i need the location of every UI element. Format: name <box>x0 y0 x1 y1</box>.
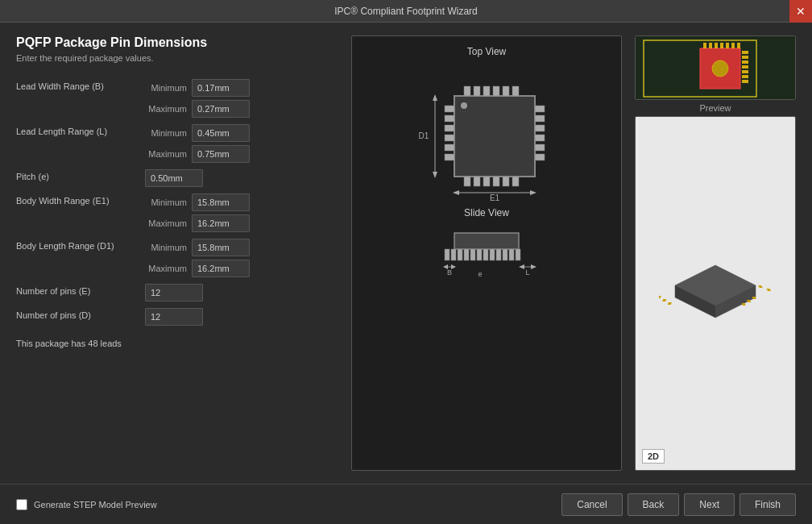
pins-d-fields <box>145 308 203 326</box>
pins-d-input[interactable] <box>145 308 203 326</box>
svg-rect-25 <box>535 154 545 160</box>
svg-rect-78 <box>659 296 661 298</box>
svg-rect-20 <box>535 106 545 112</box>
svg-rect-21 <box>535 115 545 122</box>
body-length-range-group: Body Length Range (D1) Minimum Maximum <box>16 239 338 277</box>
svg-rect-84 <box>766 289 771 291</box>
pins-d-row <box>145 308 203 326</box>
body-width-max-input[interactable] <box>192 214 250 232</box>
page-title: PQFP Package Pin Dimensions <box>16 35 338 50</box>
top-view-diagram: D1 E1 <box>406 64 567 201</box>
cancel-button[interactable]: Cancel <box>561 493 622 516</box>
svg-rect-36 <box>451 249 456 260</box>
svg-rect-6 <box>503 86 509 96</box>
lead-length-max-input[interactable] <box>192 145 250 163</box>
svg-marker-31 <box>453 190 459 195</box>
svg-marker-53 <box>519 264 524 269</box>
body-length-min-input[interactable] <box>192 239 250 256</box>
svg-rect-64 <box>742 65 748 69</box>
preview-title: Preview <box>635 100 796 116</box>
body-width-max-row: Maximum <box>145 214 250 232</box>
preview-2d-badge[interactable]: 2D <box>642 449 665 464</box>
svg-rect-10 <box>483 177 490 186</box>
generate-step-checkbox[interactable] <box>16 499 27 510</box>
svg-rect-41 <box>483 249 488 260</box>
preview-panel: Preview <box>635 35 796 471</box>
body-width-min-input[interactable] <box>192 193 250 211</box>
svg-rect-13 <box>512 177 519 186</box>
svg-rect-45 <box>509 249 514 260</box>
svg-rect-40 <box>477 249 482 260</box>
lead-length-max-row: Maximum <box>145 145 250 163</box>
lead-width-min-input[interactable] <box>192 79 250 97</box>
lead-width-range-group: Lead Width Range (B) Minimum Maximum <box>16 79 338 118</box>
svg-rect-16 <box>445 125 454 131</box>
body-length-min-label: Minimum <box>145 243 187 252</box>
svg-rect-46 <box>516 249 520 260</box>
svg-text:L: L <box>525 268 529 277</box>
pitch-input[interactable] <box>145 169 203 187</box>
pins-d-label: Number of pins (D) <box>16 308 145 320</box>
lead-length-min-row: Minimum <box>145 124 250 142</box>
body-length-max-input[interactable] <box>192 260 250 277</box>
pins-e-label: Number of pins (E) <box>16 284 145 296</box>
svg-rect-62 <box>742 56 748 59</box>
footer: Generate STEP Model Preview Cancel Back … <box>0 484 812 524</box>
pitch-row <box>145 169 203 187</box>
body-length-range-label: Body Length Range (D1) <box>16 239 145 251</box>
svg-rect-69 <box>709 43 712 48</box>
slide-view-diagram: B e L <box>406 225 567 289</box>
title-bar-text: IPC® Compliant Footprint Wizard <box>334 6 478 17</box>
svg-rect-68 <box>703 43 706 48</box>
svg-rect-22 <box>535 125 545 131</box>
pins-e-row <box>145 284 203 302</box>
pitch-label: Pitch (e) <box>16 169 145 181</box>
pins-e-fields <box>145 284 203 302</box>
lead-width-max-input[interactable] <box>192 100 250 118</box>
svg-rect-11 <box>493 177 499 186</box>
close-button[interactable]: ✕ <box>789 0 812 23</box>
svg-rect-2 <box>464 86 470 96</box>
main-content: PQFP Package Pin Dimensions Enter the re… <box>0 23 812 484</box>
svg-rect-35 <box>445 249 450 260</box>
lead-length-range-label: Lead Length Range (L) <box>16 124 145 136</box>
svg-rect-18 <box>445 144 454 151</box>
body-width-min-row: Minimum <box>145 193 250 211</box>
svg-text:D1: D1 <box>419 131 429 140</box>
svg-rect-61 <box>742 51 748 54</box>
body-length-min-row: Minimum <box>145 239 250 256</box>
chip-3d-svg <box>659 253 772 334</box>
svg-rect-74 <box>737 43 740 48</box>
lead-length-min-input[interactable] <box>192 124 250 142</box>
svg-text:E1: E1 <box>490 193 500 201</box>
preview-3d-area: 2D <box>635 116 796 471</box>
generate-step-label[interactable]: Generate STEP Model Preview <box>34 500 157 509</box>
lead-width-max-row: Maximum <box>145 100 250 118</box>
back-button[interactable]: Back <box>628 493 680 516</box>
svg-rect-73 <box>731 43 735 48</box>
slide-view-title: Slide View <box>464 207 509 218</box>
svg-rect-23 <box>535 135 545 141</box>
pins-e-input[interactable] <box>145 284 203 302</box>
body-length-max-row: Maximum <box>145 260 250 277</box>
svg-rect-67 <box>742 80 748 83</box>
svg-rect-66 <box>742 75 748 78</box>
pins-d-group: Number of pins (D) <box>16 308 338 326</box>
top-view-title: Top View <box>467 46 506 57</box>
svg-point-60 <box>712 60 728 77</box>
svg-marker-27 <box>433 94 437 101</box>
lead-length-min-label: Minimum <box>145 128 187 138</box>
leads-text: This package has 48 leads <box>16 339 338 348</box>
svg-rect-9 <box>474 177 480 186</box>
svg-rect-38 <box>464 249 469 260</box>
svg-rect-0 <box>454 96 535 177</box>
svg-rect-42 <box>490 249 495 260</box>
svg-rect-8 <box>464 177 470 186</box>
svg-rect-72 <box>726 43 729 48</box>
lead-length-range-fields: Minimum Maximum <box>145 124 250 163</box>
body-width-range-fields: Minimum Maximum <box>145 193 250 232</box>
next-button[interactable]: Next <box>684 493 735 516</box>
body-width-max-label: Maximum <box>145 218 187 228</box>
pins-e-group: Number of pins (E) <box>16 284 338 302</box>
finish-button[interactable]: Finish <box>740 493 796 516</box>
